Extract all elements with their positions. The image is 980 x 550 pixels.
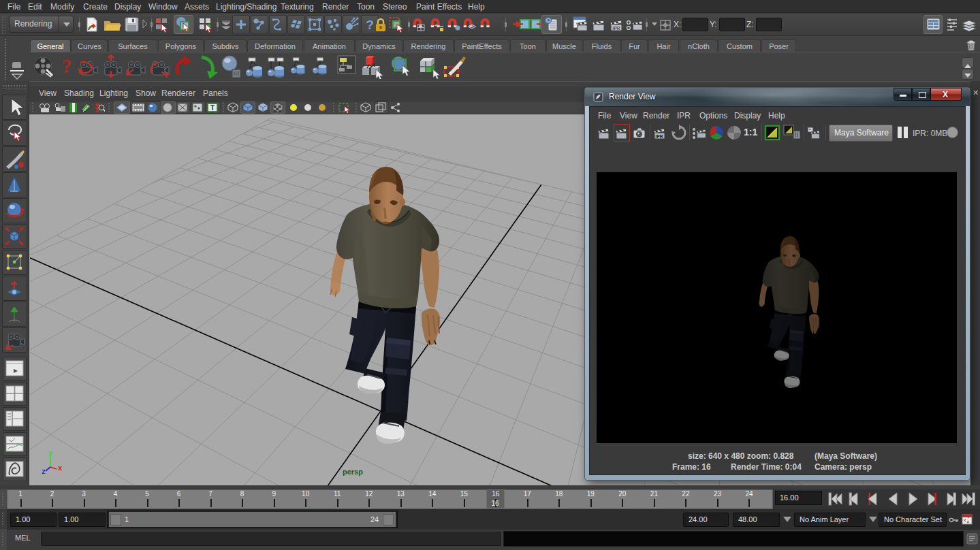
svg-text:x: x — [58, 464, 63, 472]
svg-text:**: ** — [808, 128, 812, 132]
svg-text:T: T — [210, 104, 215, 112]
svg-text:?: ? — [366, 18, 374, 32]
svg-text:?: ? — [62, 54, 72, 77]
svg-text:IPR: IPR — [613, 26, 620, 31]
svg-text:IPR: IPR — [656, 134, 663, 139]
svg-text:z: z — [42, 467, 46, 474]
svg-text:y: y — [48, 449, 53, 457]
